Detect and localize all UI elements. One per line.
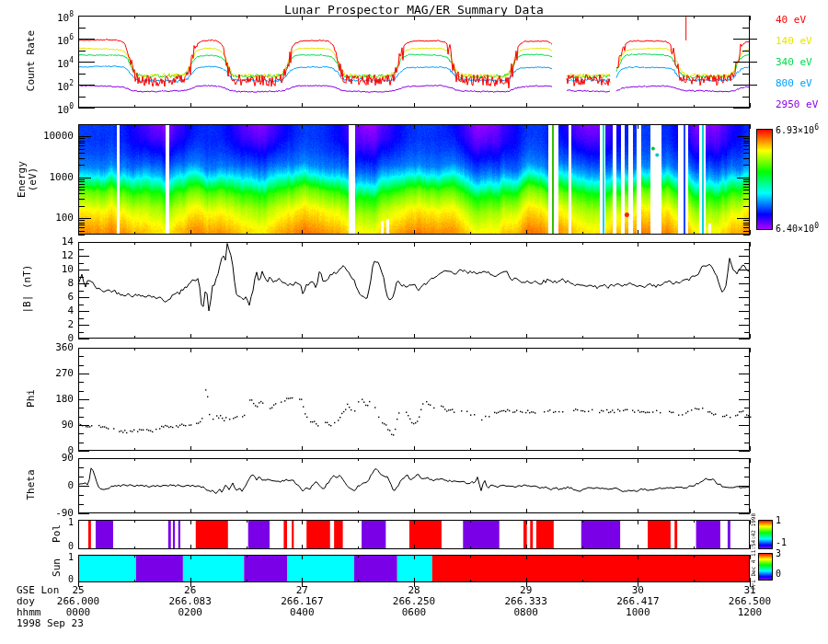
legend-item-40ev: 40 eV (776, 14, 806, 26)
lunar-prospector-summary-figure: Lunar Prospector MAG/ER Summary Data 40 … (0, 0, 828, 644)
spectrogram-colorbar (756, 129, 773, 230)
theta-panel (78, 458, 750, 513)
bmag-ytick: 2 (18, 319, 74, 330)
phi-ytick: 270 (18, 368, 74, 379)
count-rate-ytick: 104 (18, 55, 74, 70)
bmag-ytick: 6 (18, 292, 74, 303)
pol-colorbar-min: -1 (776, 537, 787, 548)
sun-colorbar-max: 3 (776, 548, 781, 559)
count-rate-ytick: 100 (18, 101, 74, 116)
sun-strip (78, 555, 750, 582)
bmag-ytick: 14 (18, 236, 74, 247)
xtick-hhmm: 0400 (265, 607, 339, 618)
sun-ytick: 1 (18, 552, 74, 563)
phi-ytick: 90 (18, 420, 74, 431)
theta-ytick: 0 (18, 480, 74, 491)
colorbar-max-label: 6.93×106 (776, 122, 819, 136)
xtick-hhmm: 0000 (41, 607, 115, 618)
pol-strip (78, 520, 750, 549)
legend-item-140ev: 140 eV (776, 35, 812, 47)
theta-ytick: 90 (18, 453, 74, 464)
xtick-hhmm: 1000 (601, 607, 674, 618)
bmag-ytick: 12 (18, 250, 74, 261)
xtick-hhmm: 1200 (713, 607, 787, 618)
pol-ytick: 0 (18, 541, 74, 552)
xtick-hhmm: 0200 (154, 607, 227, 618)
phi-ytick: 360 (18, 342, 74, 353)
pol-colorbar-max: 1 (776, 515, 781, 526)
energy-ytick: 100 (18, 213, 74, 224)
date-label: 1998 Sep 23 (17, 618, 84, 629)
bmag-ytick: 10 (18, 264, 74, 275)
legend-item-2950ev: 2950 eV (776, 98, 818, 110)
energy-ytick: 1000 (18, 172, 74, 183)
sun-ytick: 0 (18, 574, 74, 585)
xtick-hhmm: 0800 (489, 607, 563, 618)
phi-panel (78, 348, 750, 451)
legend-item-340ev: 340 eV (776, 56, 812, 68)
pol-ytick: 1 (18, 517, 74, 528)
spectrogram-panel (78, 124, 750, 235)
count-rate-ytick: 106 (18, 32, 74, 47)
bmag-panel (78, 242, 750, 339)
count-rate-ytick: 108 (18, 9, 74, 24)
colorbar-min-label: 6.40×100 (776, 221, 819, 235)
energy-ytick: 10000 (18, 131, 74, 142)
sun-colorbar-min: 0 (776, 569, 781, 580)
bmag-ytick: 4 (18, 305, 74, 316)
phi-ytick: 180 (18, 394, 74, 405)
bmag-ytick: 8 (18, 278, 74, 289)
count-rate-ytick: 102 (18, 78, 74, 93)
legend-item-800ev: 800 eV (776, 77, 812, 89)
count-rate-panel (78, 16, 750, 108)
page-title: Lunar Prospector MAG/ER Summary Data (78, 3, 750, 17)
xtick-hhmm: 0600 (377, 607, 451, 618)
